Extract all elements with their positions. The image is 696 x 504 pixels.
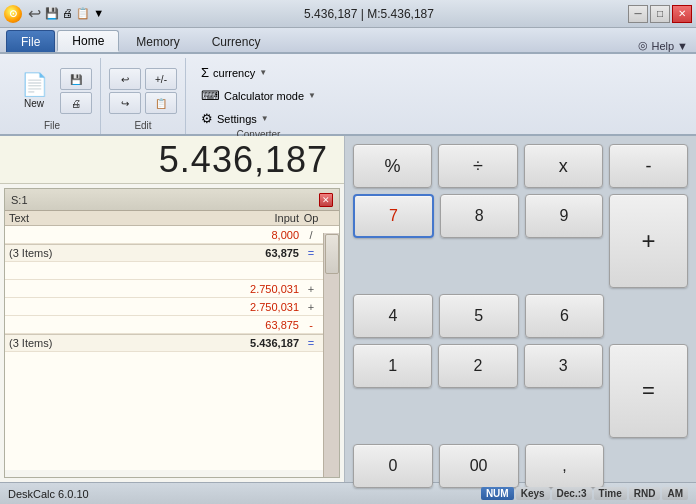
plusminus-button[interactable]: +/-	[145, 68, 177, 90]
tape-row: (3 Items) 5.436,187 =	[5, 334, 339, 352]
col-scroll-header	[319, 212, 335, 224]
minus-button[interactable]: -	[609, 144, 688, 188]
calc-row-5: 0 00 ,	[353, 444, 688, 488]
converter-content: Σ currency ▼ ⌨ Calculator mode ▼ ⚙ Setti…	[194, 58, 323, 129]
tape-cell-input: 2.750,031	[223, 301, 303, 313]
ribbon-group-file: 📄 New 💾 🖨 File	[4, 58, 101, 134]
help-dropdown-icon: ▼	[677, 40, 688, 52]
toolbar-icons: 💾 🖨 📋 ▼	[45, 7, 104, 20]
help-area: ◎ Help ▼	[638, 39, 696, 52]
settings-button[interactable]: ⚙ Settings ▼	[194, 108, 276, 129]
display-value: 5.436,187	[159, 139, 328, 181]
help-label[interactable]: Help	[651, 40, 674, 52]
tape-cell-op: =	[303, 247, 319, 259]
display-area: 5.436,187	[0, 136, 344, 184]
badge-rnd[interactable]: RND	[629, 487, 661, 500]
settings-icon: ⚙	[201, 111, 213, 126]
badge-keys[interactable]: Keys	[516, 487, 550, 500]
btn-00[interactable]: 00	[439, 444, 519, 488]
edit-group-label: Edit	[134, 120, 151, 134]
divide-button[interactable]: ÷	[438, 144, 517, 188]
close-button[interactable]: ✕	[672, 5, 692, 23]
tape-cell-text: (3 Items)	[9, 247, 223, 259]
badge-am[interactable]: AM	[662, 487, 688, 500]
tape-cell-input: 2.750,031	[223, 283, 303, 295]
btn-2[interactable]: 2	[438, 344, 517, 388]
calc-mode-dropdown-icon: ▼	[308, 91, 316, 100]
minimize-button[interactable]: ─	[628, 5, 648, 23]
plus-button[interactable]: +	[609, 194, 688, 288]
btn-7[interactable]: 7	[353, 194, 434, 238]
tape-cell-op: -	[303, 319, 319, 331]
file-group-content: 📄 New 💾 🖨	[12, 58, 92, 120]
window-controls: ─ □ ✕	[628, 5, 692, 23]
tab-currency[interactable]: Currency	[197, 30, 276, 52]
calc-row-3: 4 5 6	[353, 294, 688, 338]
edit-group-content: ↩ ↪ +/- 📋	[109, 58, 177, 120]
calc-row-4: 1 2 3 =	[353, 344, 688, 438]
tape-close-button[interactable]: ✕	[319, 193, 333, 207]
settings-label: Settings	[217, 113, 257, 125]
tape-cell-op: +	[303, 301, 319, 313]
btn-9[interactable]: 9	[525, 194, 604, 238]
print-button[interactable]: 🖨	[60, 92, 92, 114]
new-icon: 📄	[21, 74, 48, 96]
maximize-button[interactable]: □	[650, 5, 670, 23]
redo-button[interactable]: ↪	[109, 92, 141, 114]
currency-icon: Σ	[201, 65, 209, 80]
badge-dec[interactable]: Dec.:3	[552, 487, 592, 500]
btn-6[interactable]: 6	[525, 294, 605, 338]
tape-scroll-thumb[interactable]	[325, 234, 339, 274]
ribbon-body: 📄 New 💾 🖨 File ↩ ↪ +/- 📋 Edit	[0, 54, 696, 136]
undo-icon[interactable]: ↩	[28, 4, 41, 23]
btn-4[interactable]: 4	[353, 294, 433, 338]
tape-scrollbar[interactable]	[323, 233, 339, 477]
undo-button[interactable]: ↩	[109, 68, 141, 90]
main-area: 5.436,187 S:1 ✕ Text Input Op 8,000 /	[0, 136, 696, 482]
help-icon: ◎	[638, 39, 648, 52]
btn-5[interactable]: 5	[439, 294, 519, 338]
tape-cell-op: /	[303, 229, 319, 241]
left-panel: 5.436,187 S:1 ✕ Text Input Op 8,000 /	[0, 136, 345, 482]
tab-home[interactable]: Home	[57, 30, 119, 52]
btn-1[interactable]: 1	[353, 344, 432, 388]
status-badges: NUM Keys Dec.:3 Time RND AM	[481, 487, 688, 500]
multiply-button[interactable]: x	[524, 144, 603, 188]
tape-title: S:1	[11, 194, 28, 206]
currency-dropdown-icon: ▼	[259, 68, 267, 77]
tape-cell-op: +	[303, 283, 319, 295]
tape-container: S:1 ✕ Text Input Op 8,000 / (3 Ite	[4, 188, 340, 478]
save-button[interactable]: 💾	[60, 68, 92, 90]
btn-8[interactable]: 8	[440, 194, 519, 238]
currency-button[interactable]: Σ currency ▼	[194, 62, 274, 83]
currency-label: currency	[213, 67, 255, 79]
app-icon: ⊙	[4, 5, 22, 23]
tape-body: 8,000 / (3 Items) 63,875 =	[5, 226, 339, 470]
edit-small-buttons: ↩ ↪	[109, 68, 141, 114]
badge-time[interactable]: Time	[594, 487, 627, 500]
btn-3[interactable]: 3	[524, 344, 603, 388]
tape-cell-input: 8,000	[223, 229, 303, 241]
tab-file[interactable]: File	[6, 30, 55, 52]
btn-0[interactable]: 0	[353, 444, 433, 488]
file-small-buttons: 💾 🖨	[60, 68, 92, 114]
tape-cell-text: (3 Items)	[9, 337, 223, 349]
ribbon-group-converter: Σ currency ▼ ⌨ Calculator mode ▼ ⚙ Setti…	[186, 58, 331, 134]
tape-cell-op: =	[303, 337, 319, 349]
equals-button[interactable]: =	[609, 344, 688, 438]
spacer	[610, 294, 688, 338]
calc-row-1: % ÷ x -	[353, 144, 688, 188]
tape-cell-input: 63,875	[223, 247, 303, 259]
percent-button[interactable]: %	[353, 144, 432, 188]
paste-button[interactable]: 📋	[145, 92, 177, 114]
settings-dropdown-icon: ▼	[261, 114, 269, 123]
calculator-mode-button[interactable]: ⌨ Calculator mode ▼	[194, 85, 323, 106]
btn-comma[interactable]: ,	[525, 444, 605, 488]
badge-num[interactable]: NUM	[481, 487, 514, 500]
title-bar: ⊙ ↩ 💾 🖨 📋 ▼ 5.436,187 | M:5.436,187 ─ □ …	[0, 0, 696, 28]
new-button[interactable]: 📄 New	[12, 64, 56, 118]
tape-row: 2.750,031 +	[5, 298, 339, 316]
calc-row-2: 7 8 9 +	[353, 194, 688, 288]
ribbon-group-edit: ↩ ↪ +/- 📋 Edit	[101, 58, 186, 134]
tab-memory[interactable]: Memory	[121, 30, 194, 52]
